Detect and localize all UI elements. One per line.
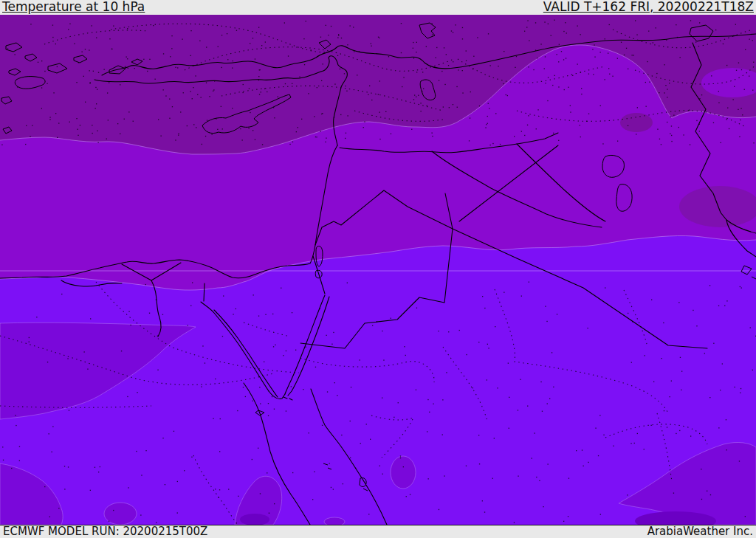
patch-dark-blob-ne xyxy=(620,113,653,132)
map-canvas xyxy=(0,15,756,525)
map-title: Temperature at 10 hPa xyxy=(2,0,145,14)
weather-map-window: Temperature at 10 hPa VALID T+162 FRI, 2… xyxy=(0,0,756,538)
brand-label: ArabiaWeather Inc. xyxy=(647,525,753,538)
valid-time-label: VALID T+162 FRI, 20200221T18Z xyxy=(543,0,754,14)
temperature-map-svg xyxy=(0,15,756,525)
header-bar: Temperature at 10 hPa VALID T+162 FRI, 2… xyxy=(0,0,756,15)
footer-bar: ECMWF MODEL RUN: 20200215T00Z ArabiaWeat… xyxy=(0,525,756,538)
model-run-label: ECMWF MODEL RUN: 20200215T00Z xyxy=(3,525,207,538)
